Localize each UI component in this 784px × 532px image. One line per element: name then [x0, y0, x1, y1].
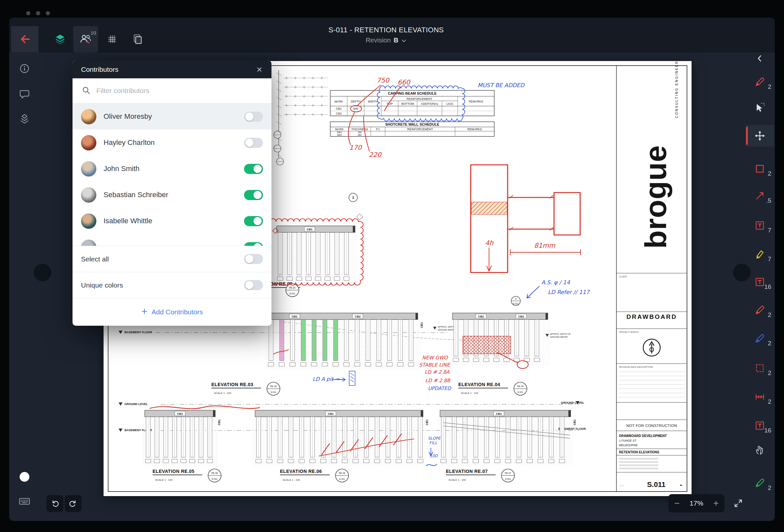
close-icon[interactable]: [256, 66, 263, 73]
contributor-toggle[interactable]: [244, 112, 263, 122]
grid-button[interactable]: [100, 26, 124, 52]
zoom-out-button[interactable]: −: [674, 499, 679, 508]
svg-text:UPDATED: UPDATED: [428, 385, 451, 391]
rectangle-tool[interactable]: 2: [746, 158, 774, 179]
contributor-filter-row: [73, 78, 272, 104]
comment-icon[interactable]: [17, 87, 32, 101]
measure-tool[interactable]: 2: [746, 386, 774, 408]
contributor-toggle[interactable]: [244, 216, 263, 226]
svg-text:CB1: CB1: [292, 315, 298, 318]
highlighter-tool[interactable]: 7: [746, 243, 774, 265]
color-dot[interactable]: [17, 470, 32, 484]
contributor-toggle[interactable]: [244, 190, 263, 200]
svg-text:DRAWBOARD DEVELOPMENT: DRAWBOARD DEVELOPMENT: [619, 434, 667, 438]
revision-selector[interactable]: Revision B: [366, 36, 407, 44]
annotation-count: 2: [768, 312, 771, 319]
pen-tool[interactable]: 2: [746, 71, 774, 93]
contributor-row[interactable]: [73, 234, 272, 246]
svg-text:STABLE LINE: STABLE LINE: [419, 362, 451, 368]
svg-text:170: 170: [349, 144, 362, 151]
revision-value: B: [394, 36, 398, 44]
svg-text:CB1: CB1: [420, 322, 423, 328]
window-controls: [26, 11, 50, 16]
svg-text:RE.06: RE.06: [339, 472, 345, 474]
contributors-button[interactable]: 10: [73, 26, 98, 52]
svg-text:NEW GWO: NEW GWO: [422, 355, 448, 361]
text-box-tool[interactable]: 16: [746, 415, 774, 436]
move-tool-tool[interactable]: [746, 125, 774, 147]
select-all-label: Select all: [81, 255, 244, 263]
svg-text:MARK: MARK: [335, 128, 344, 131]
svg-text:RE.03: RE.03: [270, 385, 277, 387]
svg-text:WIDTH: WIDTH: [368, 100, 377, 103]
contributors-panel: Contributors Oliver MoresbyHayley Charlt…: [73, 60, 272, 326]
annotation-count: 2: [768, 484, 771, 492]
svg-text:REINFORCEMENT: REINFORCEMENT: [408, 128, 433, 131]
zoom-in-button[interactable]: +: [713, 499, 719, 508]
layers-button[interactable]: [48, 26, 73, 52]
svg-text:REVISION DATE DESCRIPTION: REVISION DATE DESCRIPTION: [619, 366, 653, 368]
info-icon[interactable]: [17, 61, 32, 76]
unique-colors-toggle[interactable]: [244, 280, 263, 290]
svg-text:LD # 2.8B: LD # 2.8B: [425, 378, 451, 384]
keyboard-icon[interactable]: [17, 494, 32, 508]
svg-text:SCALE 1 : 100: SCALE 1 : 100: [461, 392, 478, 394]
contributor-toggle[interactable]: [244, 242, 263, 246]
contributor-row[interactable]: Hayley Charlton: [73, 129, 272, 156]
svg-text:CONSULTING ENGINEERS: CONSULTING ENGINEERS: [675, 61, 678, 118]
svg-text:SCALE 1 : 100: SCALE 1 : 100: [449, 478, 466, 481]
pen-tool[interactable]: 2: [746, 299, 774, 321]
window-control-dot[interactable]: [46, 11, 50, 16]
pen-tool[interactable]: 2: [746, 472, 774, 494]
search-icon: [82, 86, 90, 96]
gesture-tool[interactable]: [746, 439, 774, 461]
arrow-tool[interactable]: .5: [746, 185, 774, 207]
svg-text:ELEVATION RE.03: ELEVATION RE.03: [212, 382, 253, 387]
page-edge-handle-left[interactable]: [34, 264, 51, 282]
svg-text:CB1: CB1: [496, 412, 502, 415]
layers-stack-icon[interactable]: [17, 112, 32, 126]
contributor-row[interactable]: Isabelle Whittle: [73, 208, 272, 234]
svg-text:S.011: S.011: [505, 478, 511, 480]
svg-text:MARK: MARK: [335, 100, 343, 103]
contributor-row[interactable]: Oliver Moresby: [73, 104, 272, 129]
annotation-count: 7: [768, 227, 771, 234]
text-box-tool[interactable]: 7: [746, 215, 774, 236]
svg-text:BASEMENT FLOOR: BASEMENT FLOOR: [124, 331, 152, 334]
svg-text:1: 1: [352, 196, 354, 200]
annotation-count: 16: [764, 427, 771, 434]
add-contributors-label: Add Contributors: [151, 308, 203, 316]
app-window: 10 S-011 - RETENTION ELEVATIONS Revision…: [9, 18, 775, 521]
svg-text:SLOPE: SLOPE: [428, 436, 441, 441]
contributor-name: Isabelle Whittle: [104, 217, 237, 225]
svg-text:F'c: F'c: [376, 128, 380, 131]
svg-text:CB1: CB1: [573, 419, 576, 425]
pen-tool[interactable]: 2: [746, 328, 774, 349]
back-arrow-button[interactable]: [11, 26, 38, 52]
text-box-tool[interactable]: 16: [746, 271, 774, 293]
contributor-row[interactable]: Sebastian Schreiber: [73, 182, 272, 208]
svg-text:S.011: S.011: [517, 391, 523, 393]
pages-button[interactable]: [125, 26, 150, 52]
redo-button[interactable]: [65, 495, 82, 512]
filter-contributors-input[interactable]: [96, 87, 262, 95]
fullscreen-button[interactable]: [729, 494, 748, 512]
chevron-down-icon: [401, 36, 407, 44]
contributor-row[interactable]: John Smith: [73, 156, 272, 182]
window-control-dot[interactable]: [36, 11, 40, 16]
contributor-name: John Smith: [104, 165, 237, 173]
contributor-toggle[interactable]: [244, 138, 263, 148]
select-all-row: Select all: [73, 246, 272, 272]
svg-text:SCALE 1 : 100: SCALE 1 : 100: [283, 478, 300, 481]
svg-text:S.011: S.011: [339, 478, 345, 480]
window-control-dot[interactable]: [26, 11, 30, 16]
dashed-rectangle-tool[interactable]: 2: [746, 357, 774, 379]
select-cursor-tool[interactable]: [746, 97, 774, 118]
select-all-toggle[interactable]: [244, 254, 263, 264]
contributor-toggle[interactable]: [244, 164, 263, 174]
svg-text:CB2: CB2: [518, 315, 524, 318]
undo-button[interactable]: [47, 495, 63, 512]
avatar: [81, 109, 96, 124]
svg-text:ELEVATION RE.04: ELEVATION RE.04: [458, 382, 500, 387]
add-contributors-button[interactable]: Add Contributors: [141, 308, 203, 316]
